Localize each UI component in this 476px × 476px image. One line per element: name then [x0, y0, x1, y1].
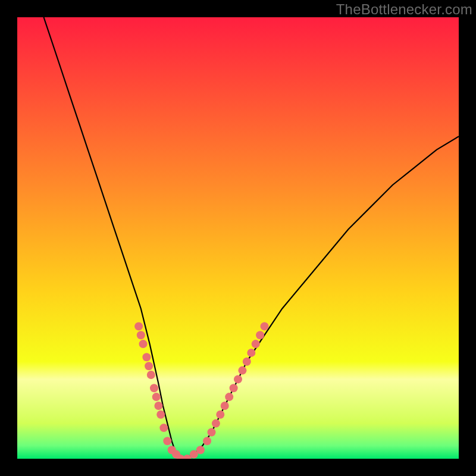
highlight-dot	[152, 393, 161, 401]
highlight-dot	[238, 367, 246, 375]
bottleneck-chart	[17, 17, 459, 459]
highlight-dot	[243, 358, 251, 366]
highlight-dot	[252, 340, 260, 348]
highlight-dot	[230, 384, 238, 392]
highlight-dot	[147, 371, 155, 379]
highlight-dot	[221, 402, 229, 410]
highlight-dot	[137, 331, 145, 339]
highlight-dot	[203, 437, 211, 445]
highlight-dot	[225, 393, 233, 401]
highlight-dot	[212, 419, 220, 428]
highlight-dot	[159, 424, 168, 432]
highlight-dot	[139, 340, 148, 348]
highlight-dot	[163, 437, 171, 445]
chart-frame	[17, 17, 459, 459]
highlight-dot	[208, 428, 216, 437]
highlight-dot	[234, 375, 242, 383]
highlight-dot	[145, 362, 153, 370]
highlight-dot	[154, 402, 162, 410]
highlight-dot	[216, 411, 224, 419]
highlight-dot	[261, 322, 269, 330]
highlight-dot	[156, 411, 165, 419]
watermark-text: TheBottlenecker.com	[336, 1, 472, 18]
gradient-background	[17, 17, 459, 459]
highlight-dot	[196, 446, 205, 454]
highlight-dot	[142, 353, 151, 361]
highlight-dot	[247, 349, 255, 357]
highlight-dot	[256, 331, 264, 339]
highlight-dot	[150, 384, 158, 392]
highlight-dot	[134, 322, 143, 330]
